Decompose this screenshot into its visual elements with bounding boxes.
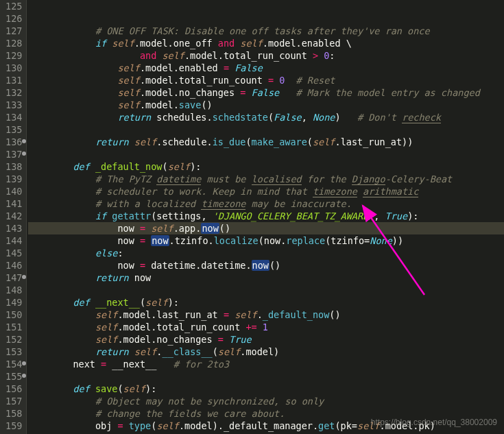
code-line[interactable]: return self.schedule.is_due(make_aware(s…	[28, 136, 504, 148]
code-line[interactable]	[28, 284, 504, 296]
code-token: (	[140, 297, 145, 308]
code-line[interactable]: # scheduler to work. Keep in mind that t…	[28, 185, 504, 197]
code-line[interactable]: and self.model.total_run_count > 0:	[28, 49, 504, 62]
code-line[interactable]: # The PyTZ datetime must be localised fo…	[28, 173, 504, 185]
code-line[interactable]: else:	[28, 247, 504, 259]
line-number: 146	[5, 259, 22, 272]
line-number: 143	[5, 222, 22, 234]
code-token: (	[162, 161, 167, 172]
code-token: arithmatic	[363, 186, 418, 197]
code-token: type	[129, 420, 152, 431]
code-line[interactable]: return self.__class__(self.model)	[28, 346, 504, 358]
code-token: (tzinfo=	[325, 235, 370, 246]
code-token: self	[134, 346, 157, 357]
code-token: ):	[190, 161, 201, 172]
code-token: ()	[201, 99, 212, 110]
line-number: 153	[5, 346, 22, 358]
code-token: =	[224, 62, 235, 73]
code-token: # Object may not be synchronized, so onl…	[95, 396, 324, 407]
code-line[interactable]: return schedules.schedstate(False, None)…	[28, 111, 504, 123]
code-line[interactable]: def __next__(self):	[28, 296, 504, 309]
code-token: :	[329, 50, 335, 61]
code-line[interactable]: self.model.total_run_count += 1	[28, 321, 504, 333]
code-line[interactable]: if self.model.one_off and self.model.ena…	[28, 37, 504, 49]
fold-marker-icon[interactable]	[22, 275, 26, 279]
code-token: self	[123, 383, 146, 394]
code-token: (	[245, 136, 251, 147]
code-line[interactable]: if getattr(settings, 'DJANGO_CELERY_BEAT…	[28, 210, 504, 222]
line-number: 158	[5, 407, 22, 420]
code-line[interactable]: self.model.save()	[28, 99, 504, 111]
code-token: save	[95, 383, 118, 394]
code-token: ):	[145, 383, 156, 394]
watermark-text: https://blog.csdn.net/qq_38002009	[371, 416, 497, 429]
code-token: localised	[252, 173, 302, 185]
code-line[interactable]: return now	[28, 272, 504, 284]
code-token: .	[156, 346, 162, 357]
code-token: datetime	[156, 173, 201, 185]
line-number: 151	[5, 321, 22, 333]
code-token: 'DJANGO_CELERY_BEAT_TZ_AWARE'	[213, 210, 374, 221]
fold-marker-icon[interactable]	[22, 361, 26, 365]
code-line[interactable]: now = datetime.datetime.now()	[28, 259, 504, 272]
line-number: 133	[5, 99, 22, 111]
code-line[interactable]	[28, 370, 504, 383]
fold-marker-icon[interactable]	[22, 152, 26, 156]
code-token: self	[95, 309, 118, 320]
code-token: self	[134, 136, 157, 147]
code-token: .app.	[173, 223, 202, 234]
code-token: self	[117, 87, 140, 98]
code-token: # for 2to3	[173, 359, 229, 370]
code-token: self	[313, 136, 335, 147]
code-token: ,	[374, 210, 385, 221]
code-token: .	[257, 309, 263, 320]
code-token: ):	[407, 210, 418, 221]
line-number: 131	[5, 74, 22, 86]
code-line[interactable]	[28, 148, 504, 160]
code-line[interactable]: def save(self):	[28, 383, 504, 395]
code-line[interactable]: next = __next__ # for 2to3	[28, 358, 504, 370]
code-line[interactable]: self.model.last_run_at = self._default_n…	[28, 309, 504, 321]
code-token: if	[95, 38, 112, 49]
code-line[interactable]: # Object may not be synchronized, so onl…	[28, 395, 504, 407]
code-token: -Celery-Beat	[385, 173, 453, 184]
code-token: self	[151, 223, 173, 234]
code-editor[interactable]: 1251261271281291301311321331341351361371…	[0, 0, 504, 434]
code-token: self	[117, 75, 140, 86]
code-line[interactable]: # with a localized timezone may be inacc…	[28, 197, 504, 210]
code-line[interactable]: self.model.enabled = False	[28, 62, 504, 74]
line-number: 136	[5, 136, 22, 148]
line-number: 137	[5, 148, 22, 160]
code-token: now	[252, 260, 269, 271]
code-token: None	[370, 235, 392, 246]
code-line[interactable]: now = now.tzinfo.localize(now.replace(tz…	[28, 234, 504, 247]
code-token: 1	[263, 322, 268, 333]
code-token: self	[145, 297, 168, 308]
line-number: 130	[5, 62, 22, 74]
code-line[interactable]	[28, 123, 504, 136]
line-number: 145	[5, 247, 22, 259]
code-line[interactable]: now = self.app.now()	[28, 222, 504, 234]
code-token: and	[218, 38, 241, 49]
line-number-gutter: 1251261271281291301311321331341351361371…	[0, 0, 27, 434]
code-token	[357, 186, 363, 197]
code-token: .model.total_run_count	[184, 50, 313, 61]
line-number: 157	[5, 395, 22, 407]
code-token: Django	[352, 173, 385, 185]
code-line[interactable]: self.model.no_changes = False # Mark the…	[28, 86, 504, 99]
fold-marker-icon[interactable]	[22, 374, 26, 378]
code-token: for the	[302, 173, 352, 184]
code-token: return	[95, 346, 134, 357]
code-token: =	[140, 223, 151, 234]
code-area[interactable]: # ONE OFF TASK: Disable one off tasks af…	[27, 0, 504, 434]
code-token: _default_now	[95, 161, 163, 172]
code-line[interactable]: def _default_now(self):	[28, 160, 504, 173]
code-token: obj	[95, 420, 118, 431]
code-line[interactable]: # ONE OFF TASK: Disable one off tasks af…	[28, 25, 504, 37]
fold-marker-icon[interactable]	[22, 139, 26, 143]
code-token: __next__	[95, 297, 140, 308]
code-line[interactable]: self.model.total_run_count = 0 # Reset	[28, 74, 504, 86]
code-token: True	[229, 334, 252, 345]
code-token: .model)._default_manager.	[179, 420, 318, 431]
code-line[interactable]: self.model.no_changes = True	[28, 333, 504, 346]
